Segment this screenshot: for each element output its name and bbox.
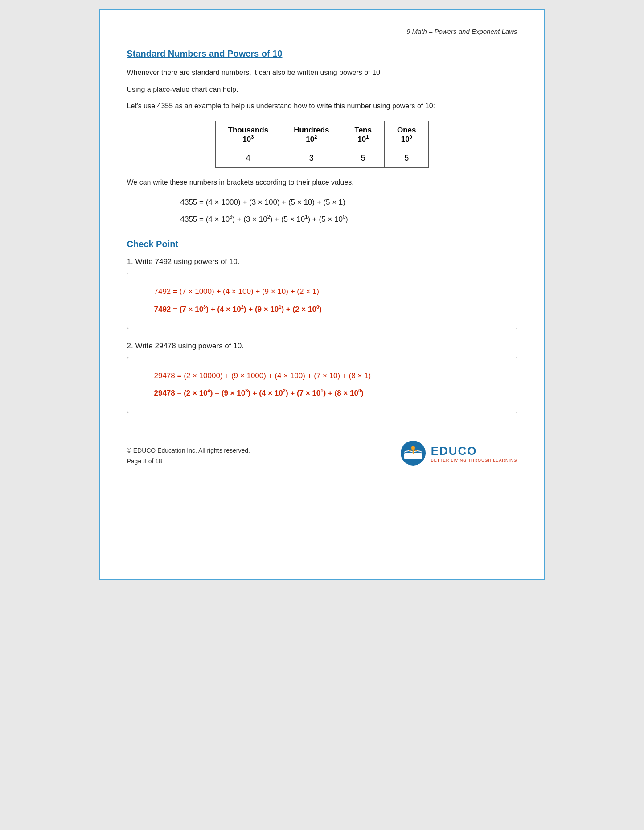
place-value-table: Thousands103 Hundreds102 Tens101 Ones100… bbox=[215, 121, 429, 168]
val-ones: 5 bbox=[384, 149, 429, 168]
val-thousands: 4 bbox=[215, 149, 281, 168]
eq1-plain: 4355 = (4 × 1000) + (3 × 100) + (5 × 10)… bbox=[180, 196, 517, 209]
question2-label: 2. Write 29478 using powers of 10. bbox=[127, 342, 517, 351]
educo-brand: EDUCO BETTER LIVING THROUGH LEARNING bbox=[431, 444, 517, 462]
copyright: © EDUCO Education Inc. All rights reserv… bbox=[127, 446, 250, 456]
educo-name: EDUCO bbox=[431, 444, 477, 458]
col-tens: Tens101 bbox=[342, 121, 384, 149]
section1-para3: Let's use 4355 as an example to help us … bbox=[127, 100, 517, 112]
q1-ans-powers: 7492 = (7 × 103) + (4 × 102) + (9 × 101)… bbox=[154, 303, 508, 316]
svg-rect-1 bbox=[404, 453, 422, 459]
col-hundreds: Hundreds102 bbox=[281, 121, 342, 149]
answer-box-2: 29478 = (2 × 10000) + (9 × 1000) + (4 × … bbox=[127, 357, 517, 413]
subject-title: 9 Math – Powers and Exponent Laws bbox=[406, 28, 517, 35]
power-thousands: 103 bbox=[242, 135, 254, 144]
equations-block: 4355 = (4 × 1000) + (3 × 100) + (5 × 10)… bbox=[127, 196, 517, 226]
educo-icon bbox=[400, 440, 427, 467]
col-ones: Ones100 bbox=[384, 121, 429, 149]
educo-logo: EDUCO BETTER LIVING THROUGH LEARNING bbox=[400, 440, 517, 467]
section1-para1: Whenever there are standard numbers, it … bbox=[127, 67, 517, 78]
section1-para2: Using a place-value chart can help. bbox=[127, 84, 517, 95]
educo-tagline: BETTER LIVING THROUGH LEARNING bbox=[431, 458, 517, 462]
footer-text: © EDUCO Education Inc. All rights reserv… bbox=[127, 446, 250, 467]
q2-ans-plain: 29478 = (2 × 10000) + (9 × 1000) + (4 × … bbox=[154, 370, 508, 383]
power-tens: 101 bbox=[357, 135, 369, 144]
power-hundreds: 102 bbox=[306, 135, 317, 144]
val-tens: 5 bbox=[342, 149, 384, 168]
power-ones: 100 bbox=[401, 135, 412, 144]
page-number: Page 8 of 18 bbox=[127, 456, 250, 467]
check-point-title: Check Point bbox=[127, 239, 517, 249]
col-thousands: Thousands103 bbox=[215, 121, 281, 149]
page-header: 9 Math – Powers and Exponent Laws bbox=[127, 28, 517, 35]
page: 9 Math – Powers and Exponent Laws Standa… bbox=[99, 9, 545, 580]
q2-ans-powers: 29478 = (2 × 104) + (9 × 103) + (4 × 102… bbox=[154, 387, 508, 401]
section1-title: Standard Numbers and Powers of 10 bbox=[127, 49, 517, 59]
check-point-section: Check Point 1. Write 7492 using powers o… bbox=[127, 239, 517, 413]
answer-box-1: 7492 = (7 × 1000) + (4 × 100) + (9 × 10)… bbox=[127, 273, 517, 329]
eq2-powers: 4355 = (4 × 103) + (3 × 102) + (5 × 101)… bbox=[180, 213, 517, 226]
val-hundreds: 3 bbox=[281, 149, 342, 168]
footer: © EDUCO Education Inc. All rights reserv… bbox=[127, 440, 517, 467]
question1-label: 1. Write 7492 using powers of 10. bbox=[127, 257, 517, 266]
q1-ans-plain: 7492 = (7 × 1000) + (4 × 100) + (9 × 10)… bbox=[154, 285, 508, 298]
section1-para4: We can write these numbers in brackets a… bbox=[127, 177, 517, 188]
